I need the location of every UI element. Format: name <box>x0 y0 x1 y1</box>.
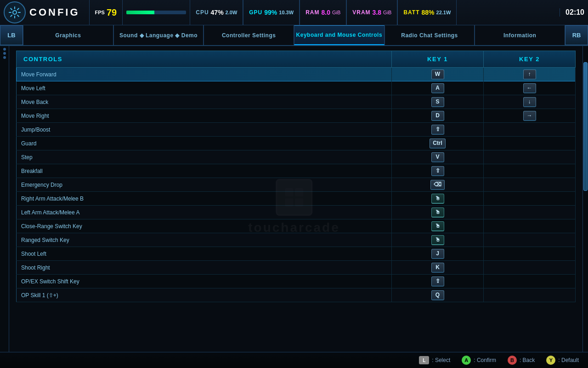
vram-unit: GiB <box>383 10 391 15</box>
table-row[interactable]: Ranged Switch Key🖱 <box>17 233 576 247</box>
key1-cell[interactable]: A <box>392 81 484 95</box>
control-name: Move Left <box>17 81 392 95</box>
key1-cell[interactable]: J <box>392 247 484 261</box>
control-name: Breakfall <box>17 164 392 178</box>
l-button-icon: L <box>419 356 429 364</box>
tab-information[interactable]: Information <box>475 25 565 45</box>
key2-cell[interactable] <box>484 288 576 302</box>
control-name: Move Forward <box>17 68 392 81</box>
key1-cell[interactable]: 🖱 <box>392 206 484 219</box>
key2-cell[interactable] <box>484 178 576 192</box>
table-row[interactable]: Breakfall⇧ <box>17 164 576 178</box>
key2-cell[interactable] <box>484 261 576 275</box>
tab-graphics[interactable]: Graphics <box>23 25 113 45</box>
key-badge: ↓ <box>523 97 536 107</box>
tab-radio[interactable]: Radio Chat Settings <box>384 25 475 45</box>
key2-cell[interactable]: → <box>484 109 576 123</box>
key1-cell[interactable]: ⌫ <box>392 178 484 192</box>
table-row[interactable]: Left Arm Attack/Melee A🖱 <box>17 206 576 219</box>
tab-sound[interactable]: Sound ◆ Language ◆ Demo <box>113 25 204 45</box>
fps-segment: FPS 79 <box>89 0 123 25</box>
hint-back: B : Back <box>508 356 535 365</box>
control-name: Left Arm Attack/Melee A <box>17 206 392 219</box>
key1-cell[interactable]: V <box>392 150 484 164</box>
key-badge: Ctrl <box>430 138 446 149</box>
batt-segment: BATT 88% 22.1W <box>397 0 457 25</box>
table-row[interactable]: Jump/Boost⇧ <box>17 123 576 137</box>
vram-segment: VRAM 3.8 GiB <box>346 0 397 25</box>
key2-cell[interactable] <box>484 164 576 178</box>
key2-cell[interactable]: ↓ <box>484 95 576 109</box>
key1-cell[interactable]: Q <box>392 288 484 302</box>
key1-cell[interactable]: 🖱 <box>392 219 484 233</box>
key-badge: → <box>523 111 536 121</box>
key-badge: ↑ <box>523 69 536 80</box>
hud-time: 02:10 <box>560 8 584 17</box>
key1-cell[interactable]: ⇧ <box>392 275 484 288</box>
tab-controller[interactable]: Controller Settings <box>204 25 294 45</box>
cpu-label: CPU <box>196 9 209 16</box>
table-row[interactable]: OP/EX Switch Shift Key⇧ <box>17 275 576 288</box>
scroll-track[interactable] <box>582 46 588 368</box>
key1-cell[interactable]: D <box>392 109 484 123</box>
gpu-percent: 99% <box>264 9 277 16</box>
key1-cell[interactable]: S <box>392 95 484 109</box>
control-name: OP/EX Switch Shift Key <box>17 275 392 288</box>
key-badge: D <box>431 111 444 121</box>
hint-default: Y : Default <box>546 356 579 365</box>
table-row[interactable]: Shoot RightK <box>17 261 576 275</box>
table-row[interactable]: Move LeftA← <box>17 81 576 95</box>
key2-cell[interactable] <box>484 123 576 137</box>
table-row[interactable]: Right Arm Attack/Melee B🖱 <box>17 192 576 206</box>
batt-label: BATT <box>403 9 419 16</box>
key2-cell[interactable] <box>484 150 576 164</box>
table-row[interactable]: Move BackS↓ <box>17 95 576 109</box>
key-badge: J <box>431 249 444 259</box>
scroll-indicator <box>3 48 6 51</box>
key1-cell[interactable]: ⇧ <box>392 164 484 178</box>
table-row[interactable]: Move ForwardW↑ <box>17 68 576 81</box>
table-row[interactable]: StepV <box>17 150 576 164</box>
tabs-row: LB Graphics Sound ◆ Language ◆ Demo Cont… <box>0 25 588 46</box>
ram-label: RAM <box>305 9 319 16</box>
cpu-segment: CPU 47% 2.0W <box>190 0 243 25</box>
table-row[interactable]: Move RightD→ <box>17 109 576 123</box>
key2-cell[interactable] <box>484 275 576 288</box>
header-controls: CONTROLS <box>17 51 392 68</box>
scroll-indicator <box>3 52 6 55</box>
key-badge: ⌫ <box>430 180 445 190</box>
key2-cell[interactable] <box>484 192 576 206</box>
key2-cell[interactable] <box>484 219 576 233</box>
fps-value: 79 <box>107 7 117 18</box>
key2-cell[interactable]: ← <box>484 81 576 95</box>
key1-cell[interactable]: W <box>392 68 484 81</box>
key1-cell[interactable]: 🖱 <box>392 192 484 206</box>
table-row[interactable]: Close-Range Switch Key🖱 <box>17 219 576 233</box>
key2-cell[interactable] <box>484 137 576 150</box>
ram-unit: GiB <box>332 10 340 15</box>
bottom-bar: L : Select A : Confirm B : Back Y : Defa… <box>0 352 588 368</box>
tab-keyboard[interactable]: Keyboard and Mouse Controls <box>294 25 384 45</box>
scroll-thumb[interactable] <box>583 62 588 191</box>
hint-select: L : Select <box>419 356 450 364</box>
key2-cell[interactable] <box>484 247 576 261</box>
tab-rb-button[interactable]: RB <box>565 25 588 45</box>
key1-cell[interactable]: K <box>392 261 484 275</box>
scroll-indicator <box>3 56 6 59</box>
key-badge: W <box>431 69 444 80</box>
table-row[interactable]: GuardCtrl <box>17 137 576 150</box>
key1-cell[interactable]: Ctrl <box>392 137 484 150</box>
key1-cell[interactable]: 🖱 <box>392 233 484 247</box>
hint-select-label: : Select <box>432 357 450 363</box>
key2-cell[interactable] <box>484 206 576 219</box>
main-content: toucharcade CONTROLS Key 1 Key 2 Move Fo… <box>0 46 588 368</box>
hint-back-label: : Back <box>520 357 535 363</box>
table-row[interactable]: Shoot LeftJ <box>17 247 576 261</box>
key2-cell[interactable]: ↑ <box>484 68 576 81</box>
key1-cell[interactable]: ⇧ <box>392 123 484 137</box>
cpu-watts: 2.0W <box>226 10 237 15</box>
tab-lb-button[interactable]: LB <box>0 25 23 45</box>
table-row[interactable]: Emergency Drop⌫ <box>17 178 576 192</box>
key2-cell[interactable] <box>484 233 576 247</box>
table-row[interactable]: OP Skill 1 (⇧+)Q <box>17 288 576 302</box>
